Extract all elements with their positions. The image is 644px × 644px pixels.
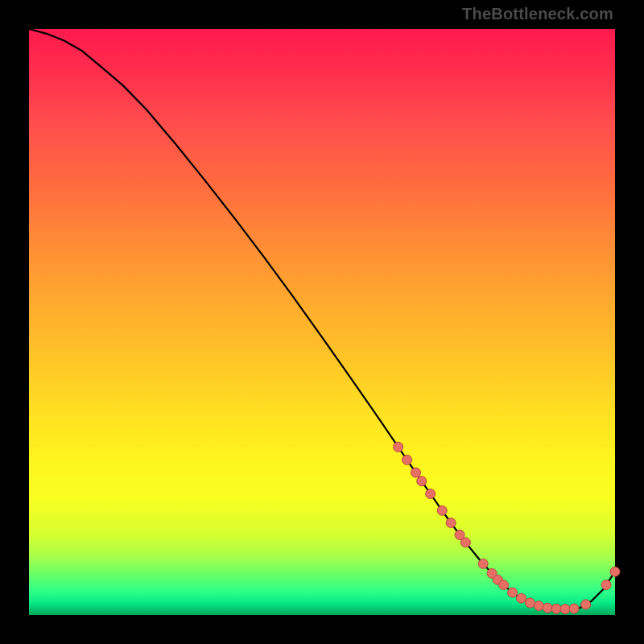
plot-svg: [29, 29, 615, 615]
data-point: [437, 506, 447, 515]
data-point: [402, 455, 412, 464]
chart-frame: TheBottleneck.com: [0, 0, 644, 644]
data-point: [478, 559, 488, 568]
data-point: [534, 601, 543, 611]
plot-area: [29, 29, 615, 615]
data-point: [508, 588, 518, 597]
data-point: [417, 477, 427, 486]
data-point: [426, 489, 436, 498]
data-point: [446, 518, 456, 527]
data-point: [560, 605, 570, 614]
data-point: [499, 580, 509, 590]
data-point: [517, 593, 526, 603]
data-point: [551, 604, 561, 613]
data-point: [394, 442, 403, 452]
watermark-text: TheBottleneck.com: [462, 5, 613, 23]
bottleneck-curve: [29, 29, 615, 609]
data-point: [581, 600, 591, 609]
data-points: [394, 442, 620, 613]
data-point: [610, 567, 620, 576]
data-point: [569, 604, 579, 613]
data-point: [460, 538, 470, 547]
data-point: [411, 468, 420, 477]
data-point: [601, 580, 611, 590]
data-point: [525, 598, 535, 608]
data-point: [543, 603, 552, 613]
